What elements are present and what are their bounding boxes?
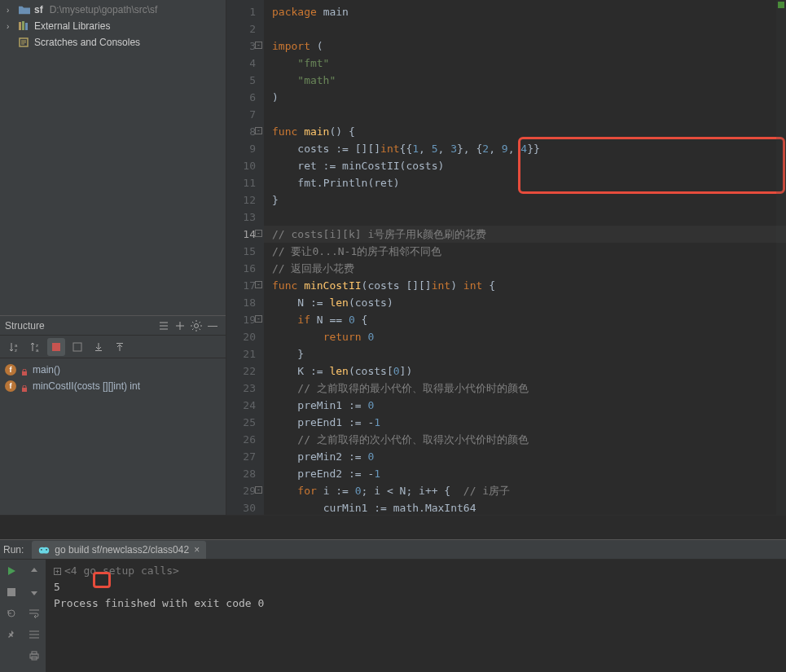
scratches-and-consoles[interactable]: Scratches and Consoles bbox=[0, 34, 226, 51]
line-number[interactable]: 4 bbox=[226, 55, 256, 72]
line-number[interactable]: 17- bbox=[226, 277, 256, 294]
line-number[interactable]: 1 bbox=[226, 3, 256, 20]
show-methods-icon[interactable] bbox=[68, 338, 86, 356]
code-line[interactable]: fmt.Println(ret) bbox=[264, 174, 786, 191]
code-line[interactable]: // 返回最小花费 bbox=[264, 260, 786, 277]
code-line[interactable]: preEnd2 := -1 bbox=[264, 465, 786, 482]
line-number[interactable]: 26 bbox=[226, 431, 256, 448]
editor[interactable]: 123-45678-91011121314-151617-1819-202122… bbox=[226, 0, 786, 515]
chevron-right-icon[interactable]: › bbox=[7, 22, 15, 31]
expand-icon[interactable]: + bbox=[54, 568, 61, 575]
rerun-icon[interactable] bbox=[3, 563, 20, 579]
structure-item-main[interactable]: f main() bbox=[5, 362, 221, 378]
code-line[interactable]: // 之前取得的次小代价、取得次小代价时的颜色 bbox=[264, 431, 786, 448]
code-line[interactable]: ) bbox=[264, 89, 786, 106]
code-line[interactable] bbox=[264, 106, 786, 123]
code-line[interactable]: // costs[i][k] i号房子用k颜色刷的花费 bbox=[264, 226, 786, 243]
stop-icon[interactable] bbox=[3, 584, 20, 600]
code-line[interactable]: preEnd1 := -1 bbox=[264, 414, 786, 431]
autoscroll-to-source-icon[interactable] bbox=[90, 338, 108, 356]
sort-alpha-asc-icon[interactable]: az bbox=[5, 338, 23, 356]
code-line[interactable]: for i := 0; i < N; i++ { // i房子 bbox=[264, 482, 786, 499]
fold-icon[interactable]: - bbox=[255, 281, 262, 288]
code-line[interactable]: // 之前取得的最小代价、取得最小代价时的颜色 bbox=[264, 380, 786, 397]
line-number[interactable]: 13 bbox=[226, 209, 256, 226]
line-number[interactable]: 7 bbox=[226, 106, 256, 123]
project-root[interactable]: › sf D:\mysetup\gopath\src\sf bbox=[0, 2, 226, 18]
code-line[interactable] bbox=[264, 20, 786, 37]
code-line[interactable]: return 0 bbox=[264, 328, 786, 345]
fold-icon[interactable]: - bbox=[255, 230, 262, 237]
minimize-icon[interactable]: — bbox=[204, 318, 221, 334]
scroll-to-end-icon[interactable] bbox=[26, 626, 42, 643]
code-line[interactable]: // 要让0...N-1的房子相邻不同色 bbox=[264, 243, 786, 260]
up-icon[interactable] bbox=[26, 563, 42, 579]
soft-wrap-icon[interactable] bbox=[26, 605, 42, 621]
line-number[interactable]: 15 bbox=[226, 243, 256, 260]
fold-icon[interactable]: - bbox=[255, 42, 262, 49]
line-number[interactable]: 27 bbox=[226, 448, 256, 465]
line-number[interactable]: 9 bbox=[226, 140, 256, 157]
fold-icon[interactable]: - bbox=[255, 486, 262, 494]
line-number[interactable]: 28 bbox=[226, 465, 256, 482]
code-line[interactable]: preMin1 := 0 bbox=[264, 397, 786, 414]
fold-icon[interactable]: - bbox=[255, 127, 262, 134]
line-number[interactable]: 16 bbox=[226, 260, 256, 277]
close-icon[interactable]: × bbox=[194, 544, 200, 556]
code-line[interactable]: if N == 0 { bbox=[264, 311, 786, 328]
line-number[interactable]: 8- bbox=[226, 123, 256, 140]
line-number[interactable]: 29- bbox=[226, 482, 256, 499]
line-number[interactable]: 30 bbox=[226, 499, 256, 516]
line-number[interactable]: 20 bbox=[226, 328, 256, 345]
structure-item-mincost[interactable]: f minCostII(costs [][]int) int bbox=[5, 378, 221, 394]
code-area[interactable]: package mainimport ( "fmt" "math")func m… bbox=[264, 0, 786, 515]
expand-all-icon[interactable] bbox=[172, 318, 188, 334]
vertical-scrollbar[interactable] bbox=[776, 0, 786, 515]
code-line[interactable]: func minCostII(costs [][]int) int { bbox=[264, 277, 786, 294]
line-number[interactable]: 22 bbox=[226, 362, 256, 380]
line-number[interactable]: 6 bbox=[226, 89, 256, 106]
line-number[interactable]: 24 bbox=[226, 397, 256, 414]
code-line[interactable]: func main() { bbox=[264, 123, 786, 140]
print-icon[interactable] bbox=[26, 648, 42, 664]
restart-icon[interactable] bbox=[3, 605, 20, 621]
fold-icon[interactable]: - bbox=[255, 315, 262, 323]
collapse-all-icon[interactable] bbox=[156, 318, 172, 334]
down-icon[interactable] bbox=[26, 584, 42, 600]
code-line[interactable]: costs := [][]int{{1, 5, 3}, {2, 9, 4}} bbox=[264, 140, 786, 157]
code-line[interactable]: } bbox=[264, 345, 786, 362]
line-number[interactable]: 12 bbox=[226, 191, 256, 209]
autoscroll-from-source-icon[interactable] bbox=[111, 338, 129, 356]
code-line[interactable]: K := len(costs[0]) bbox=[264, 362, 786, 380]
code-line[interactable]: "fmt" bbox=[264, 55, 786, 72]
line-number[interactable]: 23 bbox=[226, 380, 256, 397]
line-number[interactable]: 19- bbox=[226, 311, 256, 328]
line-number[interactable]: 3- bbox=[226, 37, 256, 55]
external-libraries[interactable]: › External Libraries bbox=[0, 18, 226, 34]
chevron-right-icon[interactable]: › bbox=[7, 6, 15, 15]
line-number[interactable]: 11 bbox=[226, 174, 256, 191]
line-number[interactable]: 18 bbox=[226, 294, 256, 311]
line-number[interactable]: 10 bbox=[226, 157, 256, 174]
line-number[interactable]: 14- bbox=[226, 226, 256, 243]
line-number[interactable]: 21 bbox=[226, 345, 256, 362]
code-line[interactable]: } bbox=[264, 191, 786, 209]
code-line[interactable]: preMin2 := 0 bbox=[264, 448, 786, 465]
code-line[interactable] bbox=[264, 209, 786, 226]
run-tab[interactable]: go build sf/newclass2/class042 × bbox=[32, 541, 206, 559]
line-number[interactable]: 25 bbox=[226, 414, 256, 431]
gear-icon[interactable] bbox=[188, 318, 204, 334]
code-line[interactable]: ret := minCostII(costs) bbox=[264, 157, 786, 174]
gutter[interactable]: 123-45678-91011121314-151617-1819-202122… bbox=[226, 0, 264, 515]
code-line[interactable]: "math" bbox=[264, 72, 786, 89]
sort-alpha-desc-icon[interactable]: za bbox=[26, 338, 44, 356]
line-number[interactable]: 2 bbox=[226, 20, 256, 37]
line-number[interactable]: 5 bbox=[226, 72, 256, 89]
code-line[interactable]: curMin1 := math.MaxInt64 bbox=[264, 499, 786, 516]
console-output[interactable]: +<4 go setup calls> 5 Process finished w… bbox=[46, 560, 786, 672]
pin-icon[interactable] bbox=[3, 626, 20, 643]
code-line[interactable]: import ( bbox=[264, 37, 786, 55]
show-fields-icon[interactable] bbox=[47, 338, 65, 356]
code-line[interactable]: package main bbox=[264, 3, 786, 20]
code-line[interactable]: N := len(costs) bbox=[264, 294, 786, 311]
